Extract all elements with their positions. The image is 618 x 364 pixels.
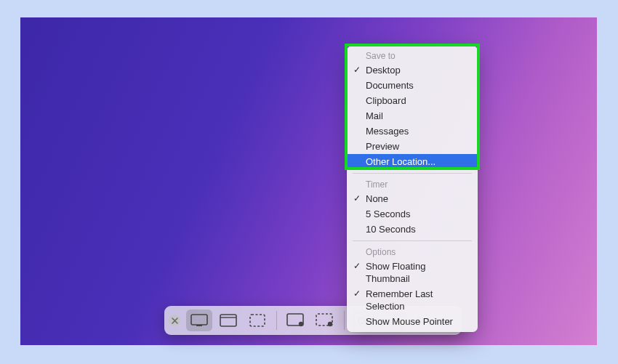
menu-item[interactable]: ✓Remember Last Selection [347, 286, 478, 314]
menu-item[interactable]: ✓Show Floating Thumbnail [347, 259, 478, 286]
menu-item-label: Other Location... [366, 156, 436, 167]
toolbar-divider [344, 311, 345, 330]
menu-item-label: Desktop [366, 65, 401, 76]
menu-item[interactable]: 10 Seconds [347, 222, 478, 237]
menu-section-options: Options [347, 245, 478, 259]
menu-item-label: Clipboard [366, 95, 406, 106]
capture-entire-screen-button[interactable] [186, 310, 212, 331]
menu-separator [353, 240, 472, 241]
menu-item-label: Mail [366, 110, 383, 121]
svg-rect-0 [191, 315, 207, 325]
menu-item-label: Remember Last Selection [366, 288, 433, 312]
menu-item[interactable]: ✓Desktop [347, 62, 478, 78]
menu-item[interactable]: Clipboard [347, 93, 478, 108]
menu-item-label: 5 Seconds [366, 209, 410, 219]
svg-point-8 [328, 322, 332, 326]
menu-item[interactable]: Other Location... [347, 154, 478, 169]
options-menu: Save to ✓DesktopDocumentsClipboardMailMe… [347, 46, 478, 332]
record-entire-screen-button[interactable] [283, 310, 309, 331]
capture-window-button[interactable] [215, 310, 241, 331]
check-icon: ✓ [353, 64, 361, 76]
close-icon[interactable] [169, 315, 180, 326]
check-icon: ✓ [353, 260, 361, 272]
menu-item[interactable]: ✓None [347, 191, 478, 206]
menu-item[interactable]: Mail [347, 108, 478, 124]
check-icon: ✓ [353, 193, 361, 205]
menu-item-label: Show Mouse Pointer [366, 316, 453, 327]
menu-item-label: None [366, 193, 388, 204]
menu-item[interactable]: Preview [347, 139, 478, 154]
svg-rect-2 [220, 315, 236, 326]
svg-point-6 [299, 322, 303, 326]
toolbar-divider [276, 311, 277, 330]
menu-section-timer: Timer [347, 177, 478, 191]
menu-item-label: Messages [366, 126, 409, 137]
record-selection-button[interactable] [312, 310, 338, 331]
menu-item-label: 10 Seconds [366, 224, 416, 235]
menu-separator [353, 173, 472, 174]
menu-section-save-to: Save to [347, 49, 478, 62]
menu-item[interactable]: Show Mouse Pointer [347, 314, 478, 329]
menu-item[interactable]: Messages [347, 124, 478, 139]
capture-selection-button[interactable] [244, 310, 270, 331]
menu-item[interactable]: Documents [347, 78, 478, 93]
menu-item-label: Documents [366, 80, 414, 91]
menu-item-label: Preview [366, 141, 399, 152]
menu-item-label: Show Floating Thumbnail [366, 261, 425, 284]
desktop-wallpaper: Options Capture Save to ✓DesktopDocument… [20, 17, 597, 345]
svg-rect-1 [196, 325, 202, 326]
check-icon: ✓ [353, 288, 361, 300]
menu-item[interactable]: 5 Seconds [347, 206, 478, 222]
svg-rect-4 [250, 315, 265, 326]
